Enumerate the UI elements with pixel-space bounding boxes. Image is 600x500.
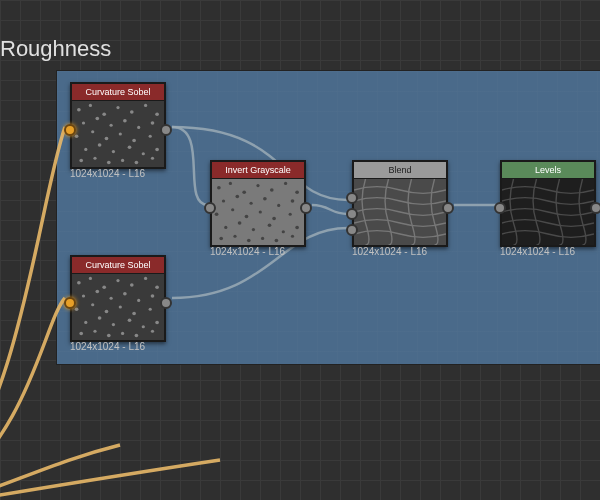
svg-point-69 bbox=[130, 283, 134, 287]
svg-point-44 bbox=[277, 204, 280, 207]
node-title: Curvature Sobel bbox=[72, 84, 164, 101]
node-title: Levels bbox=[502, 162, 594, 179]
svg-point-47 bbox=[231, 208, 234, 211]
svg-point-6 bbox=[144, 104, 147, 107]
svg-point-48 bbox=[245, 215, 249, 219]
svg-point-67 bbox=[102, 285, 106, 289]
node-curvature-sobel-2[interactable]: Curvature Sobel bbox=[70, 255, 166, 342]
svg-point-94 bbox=[135, 334, 139, 338]
svg-point-70 bbox=[144, 277, 147, 280]
svg-point-13 bbox=[151, 121, 155, 125]
svg-point-14 bbox=[75, 134, 79, 138]
svg-point-87 bbox=[128, 318, 132, 322]
svg-point-2 bbox=[89, 104, 92, 107]
svg-point-78 bbox=[75, 307, 79, 311]
svg-point-15 bbox=[91, 130, 94, 133]
input-port-2[interactable] bbox=[346, 208, 358, 220]
svg-point-51 bbox=[289, 213, 292, 216]
svg-point-34 bbox=[229, 182, 232, 185]
svg-point-28 bbox=[107, 161, 111, 165]
svg-point-8 bbox=[82, 121, 85, 124]
node-meta: 1024x1024 - L16 bbox=[70, 341, 145, 352]
svg-point-27 bbox=[93, 157, 96, 160]
svg-point-21 bbox=[98, 143, 102, 147]
input-port-1[interactable] bbox=[346, 192, 358, 204]
node-meta: 1024x1024 - L16 bbox=[500, 246, 575, 257]
node-invert-grayscale[interactable]: Invert Grayscale bbox=[210, 160, 306, 247]
node-preview bbox=[72, 101, 164, 167]
svg-point-33 bbox=[217, 186, 221, 190]
svg-point-24 bbox=[142, 152, 145, 155]
svg-point-10 bbox=[109, 124, 112, 127]
svg-point-35 bbox=[242, 190, 246, 194]
svg-point-16 bbox=[105, 137, 109, 141]
svg-point-29 bbox=[121, 159, 124, 162]
svg-point-54 bbox=[252, 228, 255, 231]
output-port[interactable] bbox=[590, 202, 600, 214]
node-curvature-sobel-1[interactable]: Curvature Sobel bbox=[70, 82, 166, 169]
svg-point-75 bbox=[123, 292, 127, 296]
output-port[interactable] bbox=[160, 124, 172, 136]
svg-point-31 bbox=[151, 157, 154, 160]
svg-point-91 bbox=[93, 330, 96, 333]
svg-point-77 bbox=[151, 294, 155, 298]
node-title: Curvature Sobel bbox=[72, 257, 164, 274]
svg-point-65 bbox=[77, 281, 81, 285]
svg-point-43 bbox=[263, 197, 267, 201]
svg-point-23 bbox=[128, 145, 132, 149]
svg-point-26 bbox=[79, 159, 83, 163]
svg-rect-64 bbox=[72, 274, 164, 340]
svg-point-36 bbox=[256, 184, 259, 187]
svg-point-1 bbox=[77, 108, 81, 112]
svg-point-68 bbox=[116, 279, 119, 282]
output-port[interactable] bbox=[160, 297, 172, 309]
svg-point-12 bbox=[137, 126, 140, 129]
node-preview bbox=[212, 179, 304, 245]
node-blend[interactable]: Blend bbox=[352, 160, 448, 247]
svg-point-84 bbox=[84, 321, 87, 324]
svg-point-40 bbox=[222, 199, 225, 202]
svg-point-58 bbox=[219, 237, 223, 241]
svg-point-46 bbox=[215, 212, 219, 216]
input-port[interactable] bbox=[64, 124, 76, 136]
svg-point-80 bbox=[105, 310, 109, 314]
svg-point-76 bbox=[137, 299, 140, 302]
svg-point-3 bbox=[102, 112, 106, 116]
svg-point-39 bbox=[295, 190, 299, 194]
svg-point-20 bbox=[84, 148, 87, 151]
input-port-3[interactable] bbox=[346, 224, 358, 236]
node-meta: 1024x1024 - L16 bbox=[210, 246, 285, 257]
svg-point-38 bbox=[284, 182, 287, 185]
svg-point-41 bbox=[235, 195, 239, 199]
svg-point-18 bbox=[132, 139, 136, 143]
input-port[interactable] bbox=[204, 202, 216, 214]
svg-point-52 bbox=[224, 226, 227, 229]
svg-point-66 bbox=[89, 277, 92, 280]
svg-point-72 bbox=[82, 294, 85, 297]
node-graph-canvas[interactable]: Roughness Curvature Sobel bbox=[0, 0, 600, 500]
svg-point-11 bbox=[123, 119, 127, 123]
svg-point-83 bbox=[149, 308, 152, 311]
svg-rect-0 bbox=[72, 101, 164, 167]
svg-point-42 bbox=[249, 202, 252, 205]
svg-point-74 bbox=[109, 297, 112, 300]
svg-point-62 bbox=[275, 239, 279, 243]
node-levels[interactable]: Levels bbox=[500, 160, 596, 247]
svg-point-95 bbox=[151, 330, 154, 333]
svg-point-73 bbox=[95, 290, 99, 294]
svg-point-30 bbox=[135, 161, 139, 165]
output-port[interactable] bbox=[300, 202, 312, 214]
svg-point-37 bbox=[270, 188, 274, 192]
svg-point-61 bbox=[261, 237, 264, 240]
input-port[interactable] bbox=[64, 297, 76, 309]
svg-point-82 bbox=[132, 312, 136, 316]
node-preview bbox=[502, 179, 594, 245]
svg-point-60 bbox=[247, 239, 251, 243]
output-port[interactable] bbox=[442, 202, 454, 214]
svg-point-59 bbox=[233, 235, 236, 238]
node-title: Blend bbox=[354, 162, 446, 179]
node-preview bbox=[354, 179, 446, 245]
svg-point-45 bbox=[291, 199, 295, 203]
node-meta: 1024x1024 - L16 bbox=[352, 246, 427, 257]
input-port[interactable] bbox=[494, 202, 506, 214]
